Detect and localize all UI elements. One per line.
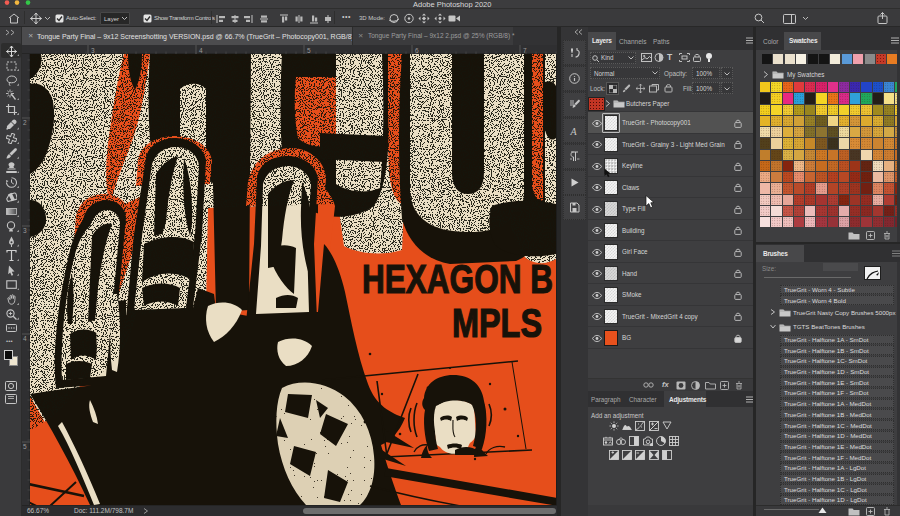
svg-text:3: 3 (91, 47, 95, 54)
svg-text:5: 5 (23, 443, 27, 450)
svg-text:4: 4 (199, 47, 203, 54)
svg-text:4: 4 (23, 335, 27, 342)
svg-text:A: A (570, 125, 578, 136)
svg-text:6: 6 (415, 47, 419, 54)
svg-text:2: 2 (23, 119, 27, 126)
svg-text:3: 3 (23, 227, 27, 234)
svg-text:7: 7 (523, 47, 527, 54)
svg-text:5: 5 (307, 47, 311, 54)
